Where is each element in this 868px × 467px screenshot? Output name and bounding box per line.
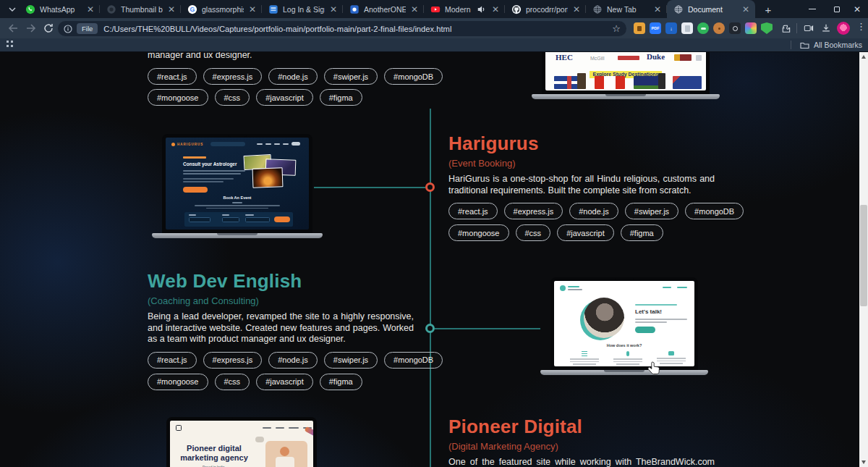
- browser-menu-icon[interactable]: ⋮: [856, 21, 866, 32]
- list-icon: [582, 351, 587, 356]
- camera-extension-icon[interactable]: [729, 22, 741, 34]
- harigurus-logo-icon: [171, 143, 175, 146]
- tag-pill: #css: [215, 89, 250, 106]
- site-nav-link: [257, 143, 263, 145]
- info-icon[interactable]: [64, 25, 72, 33]
- site-search-bar: [210, 142, 245, 146]
- shield-extension-icon[interactable]: [761, 22, 773, 34]
- bookmark-star-icon[interactable]: ☆: [612, 23, 621, 34]
- illustration-cloud: [255, 437, 264, 442]
- tab-close-icon[interactable]: ✕: [329, 5, 338, 14]
- new-tab-button[interactable]: +: [761, 2, 775, 17]
- mcgill-logo: McGill: [590, 56, 604, 61]
- tab-label: New Tab: [607, 5, 649, 14]
- pdf-extension-icon[interactable]: PDF: [650, 22, 661, 34]
- hero-cta-button: [183, 187, 208, 193]
- notes-extension-icon[interactable]: [681, 22, 693, 34]
- tab-github-procodrr[interactable]: procodrr/portfolio ✕: [505, 0, 586, 18]
- project-subtitle: (Coaching and Consulting): [148, 295, 414, 306]
- date-field: [189, 217, 210, 222]
- site-nav-link: [265, 143, 271, 145]
- tab-close-icon[interactable]: ✕: [741, 5, 750, 14]
- project-tags-row-1: #react.js#express.js#node.js#swiper.js#m…: [148, 352, 414, 369]
- tag-pill: #react.js: [148, 68, 197, 85]
- scrollbar-up-arrow[interactable]: [859, 52, 868, 62]
- site-nav-link: [663, 287, 671, 288]
- tab-close-icon[interactable]: ✕: [491, 5, 500, 14]
- tab-thumbnail[interactable]: Thumbnail banane k... ✕: [100, 0, 181, 18]
- whatsapp-icon: [25, 4, 35, 14]
- window-minimize-button[interactable]: [801, 0, 823, 18]
- tab-close-icon[interactable]: ✕: [248, 5, 257, 14]
- project-mockup-laptop-harigurus: HARIGURUS Consult your Astrologer: [152, 134, 323, 238]
- tab-glassmorphism[interactable]: G glassmorphism webs... ✕: [181, 0, 262, 18]
- text-line: [657, 358, 686, 359]
- downloads-icon[interactable]: [820, 22, 832, 34]
- scrollbar-thumb[interactable]: [860, 205, 867, 306]
- tab-anotherone[interactable]: AnotherONE ✕: [343, 0, 424, 18]
- tab-modern-portfolio[interactable]: Modern Portfolio ✕: [424, 0, 505, 18]
- tab-audio-speaker-icon[interactable]: [477, 4, 487, 14]
- tab-close-icon[interactable]: ✕: [572, 5, 581, 14]
- anotherone-icon: [349, 4, 359, 14]
- profile-avatar[interactable]: [837, 22, 850, 35]
- window-close-button[interactable]: ✕: [846, 0, 868, 18]
- colorful-extension-icon[interactable]: [745, 22, 757, 34]
- tab-search-button[interactable]: [6, 4, 19, 15]
- timeline-node-harigurus: [425, 182, 435, 192]
- forward-button[interactable]: [24, 21, 38, 35]
- svg-text:G: G: [190, 6, 195, 13]
- feature-column: [613, 351, 642, 365]
- extensions-puzzle-icon[interactable]: [780, 22, 791, 34]
- bookmarks-divider: [791, 41, 791, 49]
- webdev-logo-text: [568, 289, 582, 290]
- file-scheme-badge: File: [77, 23, 98, 34]
- tab-close-icon[interactable]: ✕: [410, 5, 419, 14]
- uk-landmark-image: [577, 73, 586, 89]
- tag-pill: #css: [215, 374, 250, 390]
- tab-label: glassmorphism webs...: [202, 5, 244, 14]
- idm-extension-icon[interactable]: ↓: [665, 22, 677, 34]
- page-scrollbar[interactable]: [859, 52, 868, 467]
- address-bar[interactable]: File C:/Users/THE%20BULL/Videos/Captures…: [58, 21, 626, 36]
- tag-pill: #node.js: [268, 352, 318, 369]
- tag-pill: #figma: [621, 224, 663, 241]
- timeline-node-webdev: [425, 324, 435, 333]
- text-line: [183, 173, 241, 174]
- tab-document-active[interactable]: Document ✕: [667, 0, 755, 18]
- timeline-connector-harigurus: [314, 187, 425, 188]
- project-mockup-laptop-hec: HEC McGill Duke Explore Study Destinatio…: [532, 52, 720, 99]
- intro-tags-row-1: #react.js#express.js#node.js#swiper.js#m…: [148, 68, 443, 85]
- all-bookmarks-label: All Bookmarks: [814, 41, 862, 49]
- reload-button[interactable]: [41, 21, 56, 35]
- harigurus-hero-heading: Consult your Astrologer: [183, 161, 237, 167]
- project-subtitle: (Digital Marketing Agency): [448, 441, 715, 452]
- tab-label: Log In & Sign Up Fo...: [283, 5, 325, 14]
- tag-pill: #swiper.js: [324, 68, 378, 85]
- tab-whatsapp[interactable]: WhatsApp ✕: [19, 0, 100, 18]
- tab-login-form[interactable]: Log In & Sign Up Fo... ✕: [262, 0, 343, 18]
- tab-close-icon[interactable]: ✕: [86, 5, 95, 14]
- chat-icon: [668, 351, 674, 355]
- youtube-icon: [430, 4, 441, 14]
- project-subtitle: (Event Booking): [448, 158, 715, 169]
- grammar-extension-icon[interactable]: [697, 22, 709, 34]
- scrollbar-down-arrow[interactable]: [859, 458, 868, 467]
- media-controls-icon[interactable]: [803, 22, 814, 34]
- back-button[interactable]: [6, 21, 20, 35]
- window-maximize-button[interactable]: [826, 0, 848, 18]
- project-section-pioneer: Pioneer Digital (Digital Marketing Agenc…: [448, 416, 715, 467]
- all-bookmarks-button[interactable]: All Bookmarks: [791, 41, 862, 49]
- tab-close-icon[interactable]: ✕: [167, 5, 176, 14]
- text-line: [183, 181, 224, 182]
- tag-pill: #react.js: [148, 352, 197, 369]
- text-line: [616, 363, 639, 365]
- microphone-icon: [626, 351, 629, 356]
- tag-pill: #express.js: [203, 352, 263, 369]
- extension-icon-amber[interactable]: [634, 22, 645, 34]
- tab-close-icon[interactable]: ✕: [653, 5, 662, 14]
- apps-grid-icon[interactable]: [6, 38, 14, 51]
- url-text[interactable]: C:/Users/THE%20BULL/Videos/Captures/port…: [103, 25, 608, 33]
- cookie-extension-icon[interactable]: [713, 22, 725, 34]
- tab-new-tab[interactable]: New Tab ✕: [586, 0, 667, 18]
